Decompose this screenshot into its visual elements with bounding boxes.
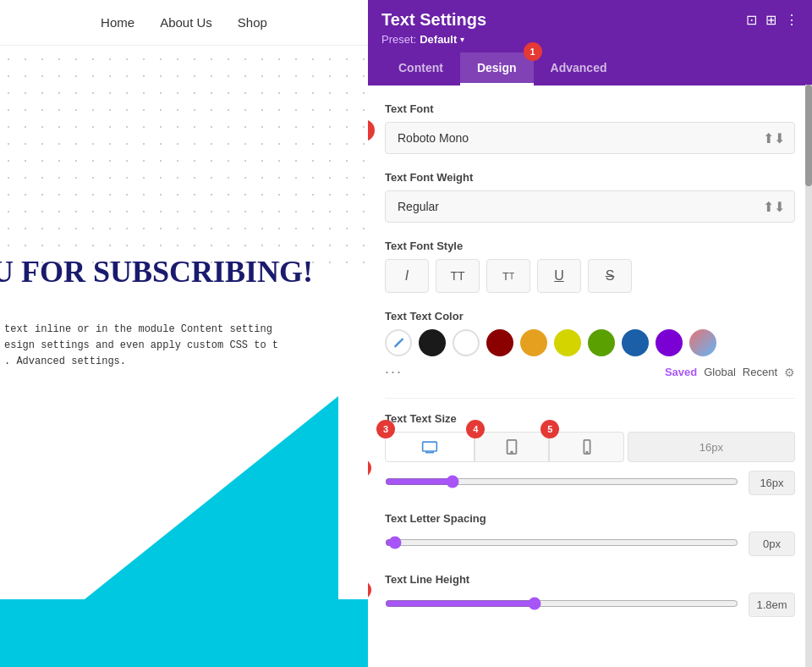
cyan-footer [0,599,368,667]
letter-spacing-label: Text Letter Spacing [385,512,795,525]
italic-button[interactable]: I [385,259,429,293]
panel-title-row: Text Settings ⊡ ⊞ ⋮ [381,10,798,30]
color-blue[interactable] [622,329,649,356]
tab-design[interactable]: Design 1 [460,52,534,85]
line-height-label: Text Line Height [385,573,795,586]
more-icon[interactable]: ⋮ [785,12,798,28]
letter-spacing-slider-row: 0px [385,532,795,556]
text-size-slider-wrapper [385,475,738,492]
preset-value: Default [420,33,457,46]
color-orange[interactable] [520,329,547,356]
svg-point-5 [511,451,513,453]
color-yellow[interactable] [554,329,581,356]
text-size-label: Text Text Size [385,412,795,425]
color-gradient[interactable] [689,329,716,356]
underline-button[interactable]: U [537,259,581,293]
hero-heading: U FOR SUBSCRIBING! [0,254,313,289]
device-tab-desktop[interactable] [385,432,475,462]
text-color-section: Text Text Color ··· [385,310,795,381]
letter-spacing-slider[interactable] [385,536,738,549]
badge-7: 7 [368,581,371,599]
line-height-slider[interactable] [385,597,738,610]
color-green[interactable] [588,329,615,356]
preset-dropdown-arrow[interactable]: ▾ [460,35,464,44]
panel-body: 2 Text Font Roboto Mono ⬆⬇ Text Font Wei… [368,85,812,667]
preset-row: Preset: Default ▾ [381,33,798,46]
font-style-buttons: I TT TT U S [385,259,795,293]
letter-spacing-slider-wrapper [385,536,738,553]
uppercase-button[interactable]: TT [436,259,480,293]
panel-title-icons: ⊡ ⊞ ⋮ [746,12,798,28]
text-size-value: 16px [749,471,795,495]
text-font-weight-select[interactable]: Regular [385,190,795,223]
website-background: Home About Us Shop U FOR SUBSCRIBING! te… [0,0,368,667]
nav-home: Home [101,15,134,30]
nav-about: About Us [160,15,212,30]
panel-title: Text Settings [381,10,486,30]
text-font-weight-label: Text Font Weight [385,171,795,184]
eyedropper-button[interactable] [385,329,412,356]
color-row [385,329,795,356]
device-tab-mobile-wrapper: 5 [549,432,623,462]
letter-spacing-value: 0px [749,532,795,556]
text-font-section: 2 Text Font Roboto Mono ⬆⬇ [385,102,795,154]
line-height-value: 1.8em [749,593,795,617]
body-text-line2: esign settings and even apply custom CSS… [4,339,278,351]
color-tab-recent[interactable]: Recent [743,366,777,378]
badge-3: 3 [376,420,395,438]
badge-1: 1 [524,42,542,61]
more-colors-row: ··· Saved Global Recent ⚙ [385,363,795,381]
body-text-block: text inline or in the module Content set… [0,322,364,371]
more-colors-button[interactable]: ··· [385,363,403,381]
panel-scrollbar[interactable] [805,85,812,667]
color-tab-saved[interactable]: Saved [665,366,697,378]
color-settings-icon[interactable]: ⚙ [784,366,795,379]
scroll-thumb[interactable] [805,85,812,186]
text-font-style-section: Text Font Style I TT TT U S [385,240,795,293]
color-tab-global[interactable]: Global [704,366,736,378]
line-height-slider-wrapper [385,597,738,614]
text-size-input[interactable] [628,432,795,462]
text-color-label: Text Text Color [385,310,795,322]
panel-tabs: Content Design 1 Advanced [381,52,798,85]
text-size-section: Text Text Size 3 4 [385,412,795,495]
text-font-style-label: Text Font Style [385,240,795,252]
preset-label: Preset: [381,33,416,46]
device-tabs-row: 3 4 [385,432,795,462]
line-height-slider-row: 7 1.8em [385,593,795,617]
svg-rect-0 [423,442,437,451]
tab-advanced[interactable]: Advanced [534,52,624,85]
color-purple[interactable] [656,329,683,356]
color-white[interactable] [453,329,480,356]
text-size-slider[interactable] [385,475,738,488]
text-size-slider-row: 6 16px [385,471,795,495]
color-dark-red[interactable] [486,329,513,356]
color-tabs: Saved Global Recent ⚙ [665,366,795,379]
text-font-label: Text Font [385,102,795,115]
letter-spacing-section: Text Letter Spacing 0px [385,512,795,556]
panel-header: Text Settings ⊡ ⊞ ⋮ Preset: Default ▾ Co… [368,0,812,85]
split-icon[interactable]: ⊞ [765,12,776,28]
website-nav: Home About Us Shop [0,0,368,46]
badge-6: 6 [368,459,371,477]
svg-point-7 [586,452,587,453]
tab-content[interactable]: Content [381,52,460,85]
divider-1 [385,398,795,399]
text-font-weight-wrapper: Regular ⬆⬇ [385,190,795,223]
capitalize-button[interactable]: TT [486,259,530,293]
line-height-section: Text Line Height 7 1.8em [385,573,795,617]
text-font-weight-section: Text Font Weight Regular ⬆⬇ [385,171,795,223]
dotted-pattern [0,51,368,271]
device-tab-mobile[interactable] [549,432,623,462]
text-settings-panel: Text Settings ⊡ ⊞ ⋮ Preset: Default ▾ Co… [368,0,812,667]
minimize-icon[interactable]: ⊡ [746,12,757,28]
color-black[interactable] [419,329,446,356]
nav-shop: Shop [238,15,267,30]
text-font-select-wrapper: Roboto Mono ⬆⬇ [385,122,795,154]
badge-2: 2 [368,119,375,141]
device-tab-tablet-wrapper: 4 [475,432,549,462]
strikethrough-button[interactable]: S [588,259,632,293]
device-tab-tablet[interactable] [475,432,549,462]
body-text-line3: . Advanced settings. [4,356,126,367]
text-font-select[interactable]: Roboto Mono [385,122,795,154]
